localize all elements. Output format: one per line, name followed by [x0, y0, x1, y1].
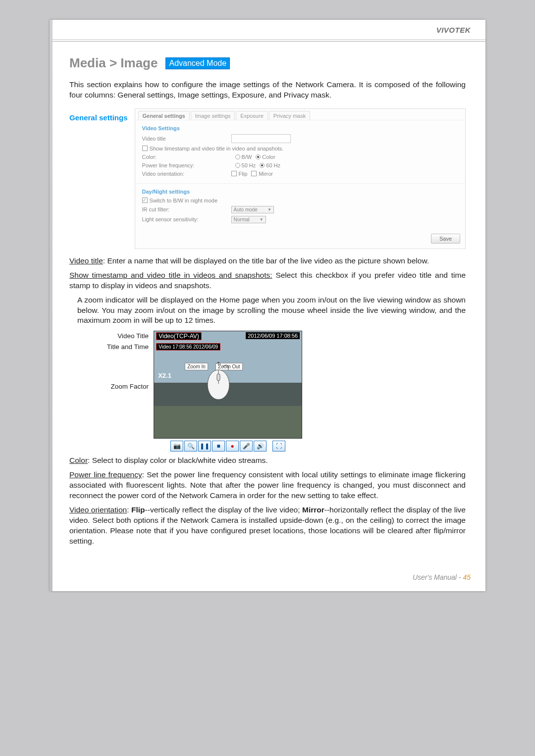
radio-color-label: Color	[262, 154, 275, 160]
page: VIVOTEK Media > Image Advanced Mode This…	[50, 20, 485, 591]
footer-label: User's Manual -	[413, 573, 463, 581]
left-edge-decoration	[50, 20, 53, 591]
video-title-overlay: Video(TCP-AV)	[156, 332, 202, 340]
video-title-paragraph: Video title: Enter a name that will be d…	[69, 256, 466, 266]
fullscreen-button[interactable]: ⛶	[272, 441, 285, 452]
color-label: Color:	[142, 154, 231, 160]
live-view-figure: Video Title Title and Time Zoom Factor V…	[99, 331, 466, 452]
record-button[interactable]: ●	[226, 441, 239, 452]
mic-button[interactable]: 🎤	[240, 441, 253, 452]
orientation-label: Video orientation:	[142, 171, 231, 177]
zoom-button[interactable]: 🔍	[184, 441, 197, 452]
intro-paragraph: This section explains how to configure t…	[69, 80, 466, 101]
flip-label: Flip	[239, 171, 248, 177]
plf-paragraph: Power line frequency: Set the power line…	[69, 470, 466, 501]
page-header: VIVOTEK	[50, 20, 485, 39]
page-footer: User's Manual - 45	[50, 565, 485, 591]
divider	[50, 39, 485, 40]
ircut-label: IR cut filter:	[142, 206, 231, 212]
player-toolbar: 📷 🔍 ❚❚ ■ ● 🎤 🔊 ⛶	[154, 441, 302, 452]
switch-bw-label: Switch to B/W in night mode	[150, 198, 218, 203]
mirror-label: Mirror	[259, 171, 273, 177]
callout-zoom-factor: Zoom Factor	[99, 381, 149, 392]
show-timestamp-paragraph: Show timestamp and video title in videos…	[69, 270, 466, 291]
show-timestamp-label: Show timestamp and video title in video …	[150, 146, 284, 151]
general-settings-heading: General settings	[69, 113, 128, 122]
day-night-section: Day/Night settings ✓ Switch to B/W in ni…	[135, 183, 465, 230]
show-timestamp-checkbox[interactable]	[142, 146, 148, 151]
plf-label: Power line frequency:	[142, 162, 231, 168]
page-number: 45	[463, 573, 471, 581]
lss-value: Normal	[234, 217, 250, 222]
tab-privacy-mask[interactable]: Privacy mask	[269, 111, 310, 120]
text: Video orientation	[69, 505, 127, 514]
page-body: Media > Image Advanced Mode This section…	[50, 42, 485, 565]
brand-logo: VIVOTEK	[436, 26, 471, 34]
text: :	[127, 505, 131, 514]
switch-bw-checkbox[interactable]: ✓	[142, 198, 148, 203]
stop-button[interactable]: ■	[212, 441, 225, 452]
color-paragraph: Color: Select to display color or black/…	[69, 455, 466, 466]
tab-bar: General settings Image settings Exposure…	[135, 109, 465, 120]
orientation-paragraph: Video orientation: Flip--vertically refl…	[69, 505, 466, 547]
video-title-input[interactable]	[231, 134, 291, 143]
chevron-down-icon: ▼	[260, 217, 264, 222]
tab-general-settings[interactable]: General settings	[138, 111, 190, 120]
radio-bw-label: B/W	[242, 154, 252, 160]
text: Color	[69, 456, 88, 464]
mouse-icon	[204, 361, 233, 401]
radio-50hz[interactable]	[235, 163, 240, 168]
text: : Select to display color or black/white…	[88, 456, 268, 464]
zoom-factor-overlay: X2.1	[158, 372, 171, 379]
speaker-button[interactable]: 🔊	[254, 441, 267, 452]
radio-bw[interactable]	[235, 154, 240, 159]
tab-exposure[interactable]: Exposure	[236, 111, 268, 120]
text: : Enter a name that will be displayed on…	[103, 256, 429, 265]
radio-50hz-label: 50 Hz	[242, 162, 256, 168]
pause-button[interactable]: ❚❚	[198, 441, 211, 452]
text: Show timestamp and video title in videos…	[69, 271, 272, 279]
live-view-preview: Video(TCP-AV) 2012/06/09 17:08:56 Video …	[154, 331, 302, 439]
text: Power line frequency	[69, 470, 142, 479]
zoom-paragraph: A zoom indicator will be displayed on th…	[69, 295, 466, 326]
radio-60hz-label: 60 Hz	[266, 162, 280, 168]
advanced-mode-badge: Advanced Mode	[165, 57, 230, 69]
radio-color[interactable]	[256, 154, 261, 159]
ircut-value: Auto mode	[234, 207, 258, 212]
chevron-down-icon: ▼	[268, 207, 271, 212]
text: --vertically reflect the display of the …	[145, 505, 302, 514]
text: Video title	[69, 256, 103, 265]
video-settings-section: Video Settings Video title Show timestam…	[135, 120, 465, 183]
mirror-checkbox[interactable]	[251, 171, 257, 176]
video-title-label: Video title	[142, 136, 231, 142]
page-title: Media > Image	[69, 55, 158, 71]
lss-select[interactable]: Normal▼	[231, 216, 266, 223]
text: Flip	[131, 505, 145, 514]
ircut-select[interactable]: Auto mode▼	[231, 206, 274, 213]
section-title: Video Settings	[142, 125, 458, 131]
flip-checkbox[interactable]	[231, 171, 237, 176]
lss-label: Light sensor sensitivity:	[142, 216, 231, 222]
title-time-overlay: Video 17:08:56 2012/06/09	[156, 343, 220, 351]
radio-60hz[interactable]	[260, 163, 265, 168]
svg-rect-2	[217, 374, 220, 381]
snapshot-button[interactable]: 📷	[170, 441, 183, 452]
timestamp-overlay: 2012/06/09 17:08:56	[246, 332, 300, 339]
tab-image-settings[interactable]: Image settings	[191, 111, 235, 120]
save-button[interactable]: Save	[431, 234, 460, 244]
callout-title-time: Title and Time	[99, 342, 149, 353]
text: Mirror	[302, 505, 324, 514]
callout-video-title: Video Title	[99, 331, 149, 342]
settings-panel: General settings Image settings Exposure…	[135, 108, 466, 249]
section-title: Day/Night settings	[142, 189, 458, 195]
